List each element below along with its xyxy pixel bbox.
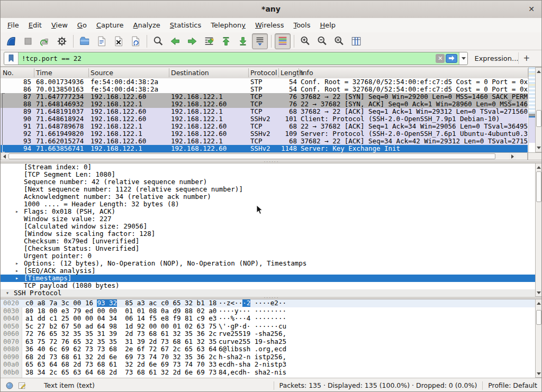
zoom-reset-button[interactable] xyxy=(331,33,347,49)
scroll-up-button[interactable] xyxy=(536,299,542,307)
ascii-bytes[interactable]: ··z<···2 ····e2·· xyxy=(219,299,286,307)
detail-line-12[interactable]: Urgent pointer: 0 xyxy=(1,252,535,260)
hex-bytes[interactable]: 72 76 65 32 35 35 31 39 2d 73 68 61 32 3… xyxy=(25,330,216,338)
detail-line-4[interactable]: Acknowledgment number: 34 (relative ack … xyxy=(1,193,535,200)
profile-status[interactable]: Profile: Default xyxy=(488,381,537,389)
ascii-bytes[interactable]: 6@libssh .org,ecd xyxy=(219,345,286,353)
packet-list-vscrollbar[interactable] xyxy=(535,67,542,152)
scroll-right-button[interactable] xyxy=(509,153,516,160)
menu-view[interactable]: View xyxy=(47,20,73,31)
go-back-button[interactable] xyxy=(167,33,183,49)
hex-row-0030[interactable]: 003080 18 00 e3 79 ed 00 00 01 01 08 0a … xyxy=(1,307,535,315)
detail-line-5[interactable]: 1000 .... = Header Length: 32 bytes (8) xyxy=(1,200,535,208)
scroll-down-button[interactable] xyxy=(536,144,542,151)
ascii-bytes[interactable]: h-sha2-n istp256, xyxy=(219,353,286,361)
hex-row-0040[interactable]: 0040a1 dd c1 25 00 00 04 34 06 14 f5 e8 … xyxy=(1,315,535,323)
go-to-packet-button[interactable] xyxy=(201,33,217,49)
column-header-length[interactable]: Length xyxy=(281,69,303,77)
packet-row-89[interactable]: 8971.648191037192.168.122.60192.168.122.… xyxy=(1,108,528,115)
start-capture-button[interactable] xyxy=(3,33,19,49)
packet-list-header[interactable]: No.TimeSourceDestinationProtocolLengthIn… xyxy=(1,67,542,79)
scrollbar-thumb[interactable] xyxy=(536,171,541,202)
hex-row-0060[interactable]: 006072 76 65 32 35 35 31 39 2d 73 68 61 … xyxy=(1,330,535,338)
detail-line-7[interactable]: Window size value: 227 xyxy=(1,215,535,223)
save-file-button[interactable] xyxy=(94,33,110,49)
hex-bytes[interactable]: 68 2d 73 68 61 32 2d 6e 69 73 74 70 32 3… xyxy=(25,353,216,361)
menu-telephony[interactable]: Telephony xyxy=(206,20,250,31)
detail-line-0[interactable]: [Stream index: 0] xyxy=(1,163,535,171)
packet-row-90[interactable]: 9071.648618924192.168.122.60192.168.122.… xyxy=(1,115,528,123)
menu-capture[interactable]: Capture xyxy=(92,20,129,31)
packet-row-91[interactable]: 9171.648789678192.168.122.1192.168.122.6… xyxy=(1,123,528,130)
scroll-left-button[interactable] xyxy=(1,153,8,160)
capture-options-button[interactable] xyxy=(54,33,70,49)
menu-file[interactable]: File xyxy=(3,20,24,31)
column-header-no[interactable]: No. xyxy=(3,69,14,77)
column-resize-handle[interactable] xyxy=(299,68,299,77)
auto-scroll-button[interactable] xyxy=(252,33,268,49)
title-bar[interactable]: *any ✕ xyxy=(1,1,541,19)
column-resize-handle[interactable] xyxy=(88,68,89,77)
menu-help[interactable]: Help xyxy=(315,20,340,31)
find-packet-button[interactable] xyxy=(150,33,166,49)
expanded-arrow-icon[interactable]: ▾ xyxy=(6,289,9,297)
detail-line-13[interactable]: ▸Options: (12 bytes), No-Operation (NOP)… xyxy=(1,260,535,267)
packet-row-93[interactable]: 9371.662015274192.168.122.60192.168.122.… xyxy=(1,138,528,145)
hex-row-0050[interactable]: 00505c 27 b2 67 50 ad 64 98 1d 92 00 00 … xyxy=(1,323,535,331)
expert-info-button[interactable] xyxy=(5,381,14,390)
hex-bytes[interactable]: a1 dd c1 25 00 00 04 34 06 14 f5 e8 f9 8… xyxy=(25,315,216,323)
expression-button[interactable]: Expression... xyxy=(474,54,518,62)
go-forward-button[interactable] xyxy=(184,33,200,49)
ascii-bytes[interactable]: 84,ecdh- sha2-nis xyxy=(219,369,286,377)
detail-line-8[interactable]: [Calculated window size: 29056] xyxy=(1,223,535,230)
scrollbar-thumb[interactable] xyxy=(536,310,541,325)
column-header-time[interactable]: Time xyxy=(36,69,52,77)
menu-edit[interactable]: Edit xyxy=(24,20,47,31)
menu-statistics[interactable]: Statistics xyxy=(165,20,206,31)
scroll-up-button[interactable] xyxy=(536,68,542,75)
capture-comment-button[interactable] xyxy=(17,381,27,390)
restart-capture-button[interactable] xyxy=(37,33,53,49)
open-file-button[interactable] xyxy=(77,33,93,49)
scroll-down-button[interactable] xyxy=(536,289,542,296)
filter-input[interactable]: !tcp.port == 22 xyxy=(19,52,436,65)
hex-bytes[interactable]: c0 a8 7a 3c 00 16 93 32 85 a3 ac c0 65 3… xyxy=(25,299,216,307)
detail-line-9[interactable]: [Window size scaling factor: 128] xyxy=(1,230,535,238)
menu-analyze[interactable]: Analyze xyxy=(129,20,165,31)
scroll-up-button[interactable] xyxy=(536,163,542,171)
detail-line-14[interactable]: ▸[SEQ/ACK analysis] xyxy=(1,267,535,275)
go-last-button[interactable] xyxy=(235,33,251,49)
detail-line-10[interactable]: Checksum: 0x79ed [unverified] xyxy=(1,238,535,245)
packet-row-88[interactable]: 8871.648146932192.168.122.1192.168.122.6… xyxy=(1,101,528,108)
column-header-info[interactable]: Info xyxy=(301,69,313,77)
ascii-bytes[interactable]: ····y··· ········ xyxy=(219,307,286,315)
hex-bytes[interactable]: 5c 27 b2 67 50 ad 64 98 1d 92 00 00 01 0… xyxy=(25,323,216,331)
packet-row-85[interactable]: 8568.001734936fe:54:00:d4:38:2aSTP54Conf… xyxy=(1,78,528,86)
ascii-bytes[interactable]: ···%···4 ········ xyxy=(219,315,286,323)
ascii-bytes[interactable]: \'·gP·d· ······cu xyxy=(219,323,286,331)
menu-tools[interactable]: Tools xyxy=(288,20,315,31)
collapsed-arrow-icon[interactable]: ▸ xyxy=(15,260,19,267)
hex-bytes[interactable]: 80 18 00 e3 79 ed 00 00 01 01 08 0a d9 8… xyxy=(25,307,216,315)
hex-row-00b0[interactable]: 00b038 34 2c 65 63 64 68 2d 73 68 61 32 … xyxy=(1,369,535,377)
close-icon[interactable]: ✕ xyxy=(527,4,536,14)
hex-bytes[interactable]: 65 63 64 68 2d 73 68 61 32 2d 6e 69 73 7… xyxy=(25,361,216,369)
close-file-button[interactable] xyxy=(111,33,127,49)
zoom-out-button[interactable] xyxy=(314,33,330,49)
intelligent-scrollbar-minimap[interactable] xyxy=(528,67,535,152)
hex-row-0080[interactable]: 008036 40 6c 69 62 73 73 68 2e 6f 72 67 … xyxy=(1,345,535,353)
hex-bytes[interactable]: 38 34 2c 65 63 64 68 2d 73 68 61 32 2d 6… xyxy=(25,369,216,377)
hex-vscrollbar[interactable] xyxy=(535,299,542,378)
scroll-down-button[interactable] xyxy=(536,370,542,377)
colorize-button[interactable] xyxy=(275,33,291,49)
detail-line-3[interactable]: [Next sequence number: 1122 (relative se… xyxy=(1,186,535,193)
hex-bytes[interactable]: 36 40 6c 69 62 73 73 68 2e 6f 72 67 2c 6… xyxy=(25,345,216,353)
ascii-bytes[interactable]: rve25519 -sha256, xyxy=(219,330,286,338)
detail-line-15[interactable]: ▸[Timestamps] xyxy=(1,275,535,282)
column-header-destination[interactable]: Destination xyxy=(171,69,209,77)
collapsed-arrow-icon[interactable]: ▸ xyxy=(15,267,19,275)
column-resize-handle[interactable] xyxy=(278,68,279,77)
go-first-button[interactable] xyxy=(218,33,234,49)
ascii-bytes[interactable]: curve255 19-sha25 xyxy=(219,338,286,346)
add-filter-button[interactable]: + xyxy=(518,52,534,64)
